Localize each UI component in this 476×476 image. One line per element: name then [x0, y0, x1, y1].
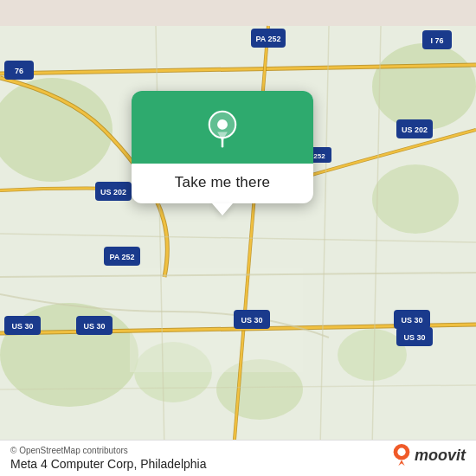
svg-point-2	[372, 43, 476, 130]
map-container: I 76 76 PA 252 252 US 202 US 202 PA 252 …	[0, 0, 476, 476]
svg-text:US 30: US 30	[11, 322, 33, 331]
moovit-text: moovit	[415, 447, 466, 465]
svg-rect-8	[130, 268, 303, 372]
map-background: I 76 76 PA 252 252 US 202 US 202 PA 252 …	[0, 0, 476, 476]
svg-text:76: 76	[15, 67, 23, 75]
svg-point-47	[217, 119, 228, 130]
svg-text:US 30: US 30	[401, 316, 422, 325]
svg-text:PA 252: PA 252	[255, 35, 280, 43]
svg-text:I 76: I 76	[430, 36, 443, 45]
popup-pointer	[212, 203, 233, 215]
svg-text:US 30: US 30	[83, 322, 105, 331]
svg-text:US 30: US 30	[241, 316, 262, 325]
svg-text:US 30: US 30	[403, 333, 425, 342]
svg-point-3	[372, 164, 459, 234]
popup-header	[132, 91, 313, 164]
location-pin-icon	[203, 110, 241, 148]
svg-text:252: 252	[313, 152, 325, 160]
moovit-pin-icon	[392, 443, 411, 467]
svg-text:US 202: US 202	[402, 125, 428, 134]
svg-text:US 202: US 202	[100, 188, 126, 196]
take-me-there-button[interactable]: Take me there	[175, 174, 270, 191]
svg-point-49	[397, 448, 405, 456]
moovit-logo: moovit	[392, 443, 466, 467]
popup-card: Take me there	[132, 91, 313, 203]
svg-text:PA 252: PA 252	[109, 253, 134, 261]
popup-button-area[interactable]: Take me there	[132, 164, 313, 203]
